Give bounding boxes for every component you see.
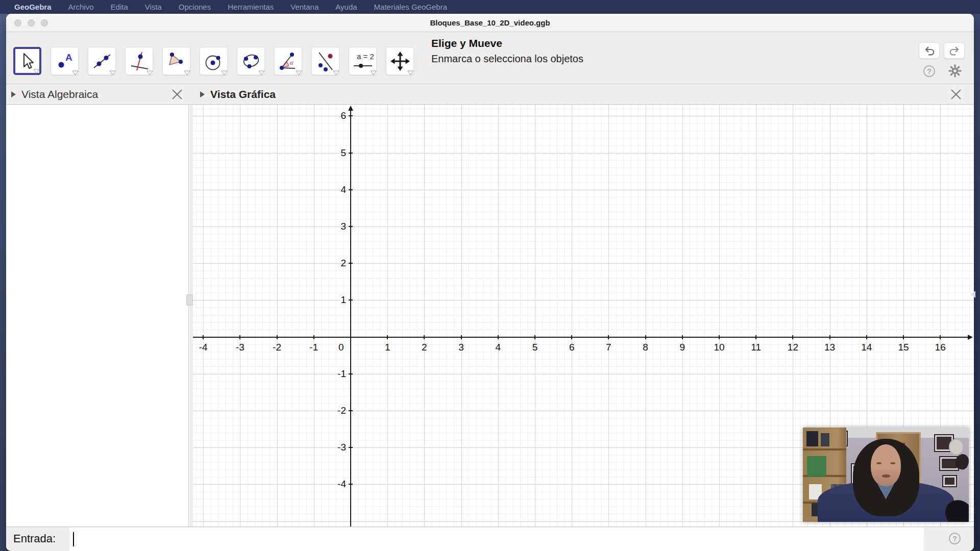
- window-titlebar: Bloques_Base_10_2D_video.ggb: [6, 14, 974, 32]
- toolbar: A: [6, 32, 974, 84]
- graphics-view-collapse-arrow[interactable]: [200, 91, 205, 97]
- redo-button[interactable]: [944, 42, 965, 59]
- x-axis-tick: [903, 335, 904, 339]
- tool-circle-center-point-button[interactable]: [200, 47, 228, 75]
- zoom-window-button[interactable]: [41, 19, 48, 27]
- menu-item-vista[interactable]: Vista: [145, 3, 162, 11]
- menu-item-archivo[interactable]: Archivo: [68, 3, 94, 11]
- grid-line-vertical: [424, 105, 425, 527]
- grid-line-horizontal: [193, 190, 974, 190]
- perpendicular-line-icon: [129, 51, 150, 71]
- y-axis-tick: [349, 263, 353, 264]
- y-axis-tick-label: 5: [340, 147, 346, 159]
- panel-divider[interactable]: [189, 105, 193, 527]
- polygon-icon: [166, 51, 187, 71]
- grid-line-vertical: [461, 105, 462, 527]
- y-axis-tick-label: -4: [337, 479, 346, 490]
- tool-dropdown-arrow[interactable]: [146, 70, 153, 76]
- grid-line-vertical: [572, 105, 572, 527]
- panel-divider-handle[interactable]: [186, 294, 193, 306]
- tool-move-graphics-view-button[interactable]: [386, 47, 414, 75]
- algebra-view-close-icon[interactable]: [170, 88, 184, 101]
- input-help-icon[interactable]: ?: [949, 533, 961, 544]
- close-window-button[interactable]: [14, 19, 21, 27]
- grid-line-vertical: [608, 105, 609, 527]
- grid-line-vertical: [646, 105, 646, 527]
- tool-dropdown-arrow[interactable]: [33, 69, 40, 74]
- tool-polygon-button[interactable]: [162, 47, 190, 75]
- toolbar-help-icon[interactable]: ?: [923, 65, 935, 77]
- menu-item-geogebra[interactable]: GeoGebra: [14, 3, 52, 11]
- y-axis-tick-label: -1: [337, 368, 346, 380]
- algebra-view-collapse-arrow[interactable]: [11, 91, 16, 97]
- grid-line-vertical: [277, 105, 278, 527]
- tool-angle-button[interactable]: α: [274, 47, 302, 75]
- tool-dropdown-arrow[interactable]: [407, 70, 414, 76]
- x-axis-tick: [571, 335, 572, 339]
- y-axis-tick: [349, 115, 353, 116]
- x-axis-tick: [866, 335, 867, 339]
- x-axis-tick-label: 9: [680, 342, 685, 353]
- tool-reflect-about-line-button[interactable]: [311, 47, 339, 75]
- y-axis-tick: [349, 410, 353, 411]
- command-input[interactable]: [69, 528, 924, 551]
- menu-item-materiales-geogebra[interactable]: Materiales GeoGebra: [374, 3, 447, 11]
- origin-label: 0: [338, 342, 344, 353]
- webcam-person-face: [871, 444, 901, 486]
- undo-icon: [924, 45, 935, 56]
- tool-ellipse-button[interactable]: [237, 47, 265, 75]
- grid-line-vertical: [756, 105, 756, 527]
- menu-item-edita[interactable]: Edita: [111, 3, 128, 11]
- x-axis-tick-label: -1: [309, 342, 318, 353]
- tool-dropdown-arrow[interactable]: [184, 70, 190, 76]
- tool-dropdown-arrow[interactable]: [258, 70, 265, 76]
- tool-dropdown-arrow[interactable]: [221, 70, 228, 76]
- input-bar: Entrada: ?: [6, 527, 974, 551]
- x-axis-tick: [424, 335, 425, 339]
- settings-gear-icon[interactable]: [948, 64, 962, 78]
- y-axis-tick-label: -3: [337, 442, 346, 453]
- edge-panel-expander-icon[interactable]: [971, 291, 975, 298]
- x-axis-tick: [792, 335, 793, 339]
- y-axis-tick: [349, 299, 353, 300]
- menu-item-herramientas[interactable]: Herramientas: [228, 3, 274, 11]
- menu-item-ayuda[interactable]: Ayuda: [335, 3, 357, 11]
- tool-dropdown-arrow[interactable]: [370, 70, 377, 76]
- undo-button[interactable]: [919, 42, 940, 59]
- x-axis-tick: [534, 335, 535, 339]
- tool-dropdown-arrow[interactable]: [72, 70, 79, 76]
- menu-item-opciones[interactable]: Opciones: [179, 3, 211, 11]
- tool-line-button[interactable]: [88, 47, 116, 75]
- x-axis-tick-label: 5: [532, 342, 538, 353]
- webcam-overlay: [803, 428, 969, 522]
- x-axis-arrow: [968, 335, 973, 340]
- x-axis-tick: [239, 335, 240, 339]
- x-axis-tick: [645, 335, 646, 339]
- tool-move-select-button[interactable]: [13, 47, 41, 75]
- input-label: Entrada:: [13, 532, 56, 545]
- y-axis-tick: [349, 373, 353, 374]
- x-axis-tick: [719, 335, 720, 339]
- x-axis-tick-label: 13: [824, 342, 835, 353]
- geogebra-window: Bloques_Base_10_2D_video.ggb A: [6, 14, 974, 551]
- y-axis-arrow: [348, 106, 353, 111]
- tool-slider-button[interactable]: a = 2: [349, 47, 377, 75]
- angle-icon: α: [278, 51, 299, 71]
- algebra-view-title: Vista Algebraica: [21, 88, 98, 101]
- graphics-view-close-icon[interactable]: [949, 88, 963, 101]
- minimize-window-button[interactable]: [28, 19, 35, 27]
- tool-perpendicular-line-button[interactable]: [125, 47, 153, 75]
- grid-line-vertical: [498, 105, 499, 527]
- tool-point-button[interactable]: A: [51, 47, 79, 75]
- tool-dropdown-arrow[interactable]: [333, 70, 339, 76]
- tool-dropdown-arrow[interactable]: [296, 70, 302, 76]
- webcam-picture-frame: [942, 475, 957, 487]
- algebra-view-panel[interactable]: [6, 105, 189, 527]
- x-axis-tick-label: 14: [861, 342, 872, 353]
- x-axis-tick-label: -4: [199, 342, 208, 353]
- menu-item-ventana[interactable]: Ventana: [290, 3, 318, 11]
- tool-dropdown-arrow[interactable]: [109, 70, 116, 76]
- reflect-about-line-icon: [315, 51, 336, 71]
- menu-bar: GeoGebraArchivoEditaVistaOpcionesHerrami…: [0, 0, 980, 14]
- x-axis-tick-label: -3: [236, 342, 244, 353]
